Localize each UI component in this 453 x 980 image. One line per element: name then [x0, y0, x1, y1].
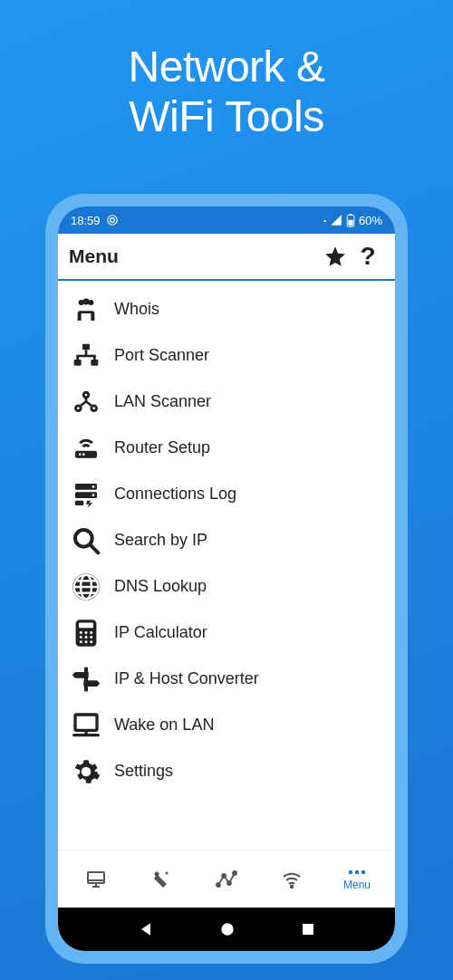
users-icon [72, 295, 101, 324]
question-icon: ? [360, 242, 375, 271]
svg-point-45 [85, 636, 88, 639]
statusbar-left: 18:59 [71, 214, 119, 227]
svg-rect-51 [75, 715, 97, 730]
monitor-small-icon [85, 869, 107, 890]
menu-label: Port Scanner [114, 346, 209, 365]
svg-point-68 [361, 870, 365, 873]
svg-point-1 [110, 218, 114, 223]
menu-item-ip-host-converter[interactable]: IP & Host Converter [58, 656, 395, 702]
device-frame: 18:59 • 60% Menu [45, 194, 408, 964]
menu-label: LAN Scanner [114, 392, 211, 411]
svg-point-28 [92, 485, 95, 488]
gear-icon [72, 757, 101, 786]
search-icon [72, 526, 101, 555]
nav-item-monitor[interactable] [63, 850, 129, 908]
android-statusbar: 18:59 • 60% [58, 207, 395, 234]
nav-item-trace[interactable] [194, 850, 259, 908]
menu-label: DNS Lookup [114, 577, 207, 596]
trace-icon [215, 869, 238, 890]
svg-point-6 [83, 298, 90, 304]
svg-rect-4 [348, 219, 352, 225]
android-nav-bar [58, 908, 395, 951]
menu-item-whois[interactable]: Whois [58, 286, 395, 332]
svg-point-54 [83, 768, 90, 774]
nav-label-menu: Menu [343, 879, 371, 891]
router-icon [72, 434, 101, 463]
menu-item-dns-lookup[interactable]: DNS Lookup [58, 563, 395, 610]
dots-icon [346, 868, 368, 877]
svg-point-67 [355, 870, 359, 873]
signpost-icon [72, 665, 101, 694]
menu-label: Connections Log [114, 485, 236, 504]
statusbar-right: • 60% [323, 214, 382, 227]
svg-point-48 [85, 640, 88, 643]
menu-label: Wake on LAN [114, 716, 214, 735]
star-icon [323, 245, 347, 268]
svg-point-29 [92, 494, 95, 496]
home-button[interactable] [218, 920, 236, 938]
svg-rect-8 [82, 343, 90, 350]
menu-item-search-by-ip[interactable]: Search by IP [58, 517, 395, 563]
hero-line2: WiFi Tools [129, 92, 323, 140]
statusbar-time: 18:59 [71, 214, 101, 227]
svg-rect-70 [303, 924, 313, 935]
network-nodes-icon [72, 388, 101, 417]
menu-item-wake-on-lan[interactable]: Wake on LAN [58, 702, 395, 748]
svg-point-43 [90, 630, 92, 633]
bottom-nav: Menu [58, 850, 395, 908]
appbar-title: Menu [69, 245, 119, 267]
globe-icon [72, 572, 101, 601]
svg-point-24 [82, 453, 85, 456]
svg-point-46 [90, 636, 92, 639]
ping-icon [150, 869, 172, 890]
svg-point-7 [88, 299, 93, 304]
appbar: Menu ? [58, 234, 395, 281]
svg-rect-14 [93, 356, 96, 360]
svg-rect-22 [75, 450, 97, 457]
menu-item-router-setup[interactable]: Router Setup [58, 425, 395, 471]
menu-item-ip-calculator[interactable]: IP Calculator [58, 610, 395, 656]
svg-rect-13 [76, 356, 79, 360]
svg-rect-55 [88, 872, 104, 883]
monitor-icon [72, 711, 101, 740]
nav-item-menu[interactable]: Menu [324, 850, 390, 908]
svg-point-0 [107, 216, 117, 226]
signal-icon [330, 214, 342, 226]
statusbar-battery: 60% [359, 214, 382, 227]
svg-point-19 [85, 393, 88, 396]
menu-label: Settings [114, 762, 173, 781]
calculator-icon [72, 619, 100, 648]
hero-line1: Network & [129, 43, 325, 91]
svg-point-60 [166, 871, 169, 874]
menu-label: IP & Host Converter [114, 669, 259, 688]
help-button[interactable]: ? [352, 240, 384, 273]
svg-point-20 [77, 407, 80, 409]
wifi-icon [280, 869, 304, 890]
svg-point-21 [92, 407, 95, 409]
nav-item-ping[interactable] [129, 850, 194, 908]
menu-item-connections-log[interactable]: Connections Log [58, 471, 395, 517]
svg-line-31 [91, 544, 99, 552]
svg-point-23 [79, 453, 82, 456]
menu-item-lan-scanner[interactable]: LAN Scanner [58, 379, 395, 425]
back-button[interactable] [137, 920, 155, 938]
device-screen: 18:59 • 60% Menu [58, 207, 395, 951]
hero-title: Network & WiFi Tools [0, 0, 453, 141]
battery-icon [346, 214, 355, 227]
menu-item-settings[interactable]: Settings [58, 748, 395, 794]
svg-point-41 [80, 630, 82, 633]
nav-item-wifi[interactable] [259, 850, 324, 908]
sitemap-icon [72, 341, 101, 370]
menu-label: Search by IP [114, 531, 207, 550]
servers-icon [72, 480, 101, 509]
menu-list: Whois Port Scanner LAN Scanner Router Se… [58, 281, 395, 850]
recents-button[interactable] [300, 921, 316, 937]
menu-item-port-scanner[interactable]: Port Scanner [58, 332, 395, 379]
svg-rect-27 [75, 500, 83, 504]
svg-point-66 [349, 870, 352, 873]
dnd-icon [106, 214, 119, 226]
svg-point-44 [80, 636, 82, 639]
svg-point-47 [80, 640, 82, 643]
svg-point-65 [291, 885, 293, 887]
favorites-button[interactable] [319, 240, 352, 273]
